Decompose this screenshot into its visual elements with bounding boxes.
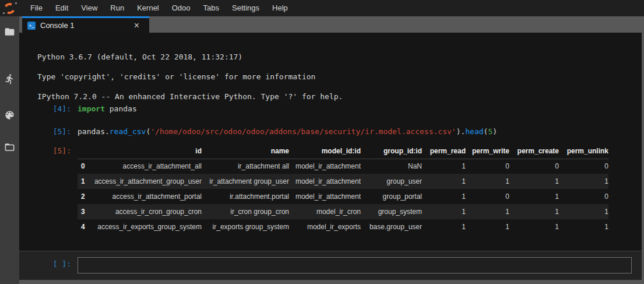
row-index: 3 (78, 204, 90, 219)
code-cell-5[interactable]: [5]: pandas.read_csv('/home/odoo/src/odo… (19, 127, 642, 136)
cell: 1 (509, 204, 559, 219)
cell: 1 (422, 204, 466, 219)
column-header: name (202, 143, 289, 159)
row-index: 1 (78, 174, 90, 189)
cell: ir_cron group_cron (202, 204, 289, 219)
menu-items: File Edit View Run Kernel Odoo Tabs Sett… (24, 0, 294, 16)
code-token: read_csv (110, 127, 146, 136)
column-header: id (90, 143, 202, 159)
cell: 1 (466, 204, 509, 219)
row-index: 4 (78, 219, 90, 234)
row-index: 0 (78, 159, 90, 174)
logo-dot-icon (3, 12, 5, 14)
menu-view[interactable]: View (75, 0, 104, 16)
output-prompt: [5]: (19, 143, 78, 234)
logo-ring-icon (3, 2, 17, 16)
cell: 0 (509, 159, 559, 174)
right-edge-strip (642, 33, 644, 284)
table-row: 0 access_ir_attachment_all ir_attachment… (78, 159, 608, 174)
close-icon[interactable]: × (134, 22, 139, 30)
cell: 0 (466, 189, 509, 204)
cell: model_ir_cron (289, 204, 361, 219)
palette-icon[interactable] (0, 108, 19, 122)
code-token: pandas. (78, 127, 110, 136)
cell: 1 (422, 159, 466, 174)
table-row: 2 access_ir_attachment_portal ir.attachm… (78, 189, 608, 204)
tab-console-1[interactable]: >_ Console 1 × (22, 16, 149, 33)
cell: access_ir_cron_group_cron (90, 204, 202, 219)
cell: model_ir_attachment (289, 159, 361, 174)
cell: 0 (559, 189, 608, 204)
table-row: 4 access_ir_exports_group_system ir_expo… (78, 219, 608, 234)
menu-odoo[interactable]: Odoo (166, 0, 197, 16)
code-token: ) (492, 127, 497, 136)
menu-settings[interactable]: Settings (226, 0, 266, 16)
console-panel: Python 3.6.7 (default, Oct 22 2018, 11:3… (19, 33, 642, 280)
menu-kernel[interactable]: Kernel (131, 0, 166, 16)
code-line: import pandas (78, 104, 137, 113)
running-sessions-icon[interactable] (0, 72, 19, 86)
menu-tabs[interactable]: Tabs (197, 0, 226, 16)
column-header: perm_write (466, 143, 509, 159)
menu-run[interactable]: Run (104, 0, 131, 16)
console-icon: >_ (27, 22, 36, 30)
cell: 0 (466, 159, 509, 174)
column-header: model_id:id (289, 143, 361, 159)
table-header-row: id name model_id:id group_id:id perm_rea… (78, 143, 608, 159)
code-cell-4[interactable]: [4]: import pandas (19, 104, 642, 113)
menu-edit[interactable]: Edit (49, 0, 75, 16)
column-header: group_id:id (361, 143, 422, 159)
cell: model_ir_exports (289, 219, 361, 234)
output-cell-5: [5]: id name model_id:id group_id:id per… (19, 143, 642, 234)
banner-line: IPython 7.2.0 -- An enhanced Interactive… (37, 92, 343, 101)
cell: ir_exports group_system (202, 219, 289, 234)
cell: access_ir_attachment_portal (90, 189, 202, 204)
input-prompt: [5]: (19, 127, 78, 136)
cell: 1 (422, 219, 466, 234)
table-row: 1 access_ir_attachment_group_user ir_att… (78, 174, 608, 189)
menu-file[interactable]: File (24, 0, 49, 16)
tab-label: Console 1 (40, 21, 134, 30)
cell: base.group_user (361, 219, 422, 234)
banner-line: Python 3.6.7 (default, Oct 22 2018, 11:3… (37, 52, 242, 61)
cell: model_ir_attachment (289, 189, 361, 204)
console-input[interactable] (78, 257, 632, 274)
cell: 1 (422, 189, 466, 204)
logo-dot-icon (15, 2, 17, 4)
menu-help[interactable]: Help (266, 0, 294, 16)
cell: group_portal (361, 189, 422, 204)
cell: 1 (466, 174, 509, 189)
input-prompt: [4]: (19, 104, 78, 113)
menu-bar: File Edit View Run Kernel Odoo Tabs Sett… (0, 0, 644, 16)
open-tabs-icon[interactable] (0, 140, 19, 154)
index-header (78, 143, 90, 159)
pending-input-prompt: [ ]: (19, 251, 78, 280)
cell: access_ir_attachment_all (90, 159, 202, 174)
code-token: ). (456, 127, 466, 136)
cell: 1 (422, 174, 466, 189)
odoo-sh-logo-icon (0, 0, 19, 16)
cell: ir_attachment all (202, 159, 289, 174)
cell: ir.attachment.portal (202, 189, 289, 204)
cell: group_user (361, 174, 422, 189)
cell: NaN (361, 159, 422, 174)
jupyterlab-window: File Edit View Run Kernel Odoo Tabs Sett… (0, 0, 644, 284)
code-token: pandas (105, 104, 137, 113)
cell: 0 (559, 159, 608, 174)
cell: 1 (559, 219, 608, 234)
table-row: 3 access_ir_cron_group_cron ir_cron grou… (78, 204, 608, 219)
cell: access_ir_attachment_group_user (90, 174, 202, 189)
code-line: pandas.read_csv('/home/odoo/src/odoo/odo… (78, 127, 497, 136)
code-token: import (78, 104, 105, 113)
cell: model_ir_attachment (289, 174, 361, 189)
code-token: head (465, 127, 483, 136)
column-header: perm_create (509, 143, 559, 159)
banner-line: Type 'copyright', 'credits' or 'license'… (37, 72, 315, 81)
file-browser-icon[interactable] (0, 24, 19, 38)
cell: ir_attachment group_user (202, 174, 289, 189)
column-header: perm_unlink (559, 143, 608, 159)
row-index: 2 (78, 189, 90, 204)
cell: 1 (509, 189, 559, 204)
code-token: '/home/odoo/src/odoo/odoo/addons/base/se… (150, 127, 456, 136)
cell: 1 (509, 174, 559, 189)
